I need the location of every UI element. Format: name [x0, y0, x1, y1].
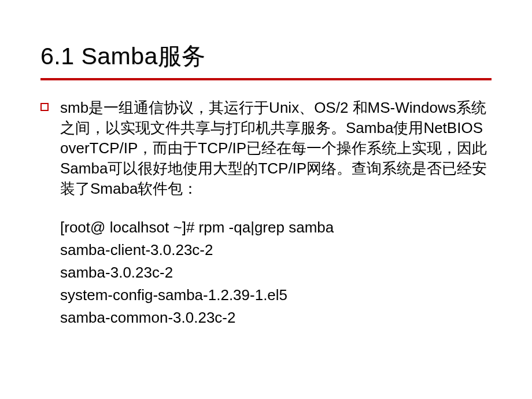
slide-content: 6.1 Samba服务 smb是一组通信协议，其运行于Unix、OS/2 和MS… [0, 0, 532, 399]
command-output-line: system-config-samba-1.2.39-1.el5 [60, 284, 492, 306]
command-line: [root@ localhsot ~]# rpm -qa|grep samba [60, 216, 492, 239]
title-underline [40, 78, 492, 80]
command-block: [root@ localhsot ~]# rpm -qa|grep samba … [40, 216, 492, 329]
body-paragraph: smb是一组通信协议，其运行于Unix、OS/2 和MS-Windows系统之间… [60, 98, 492, 199]
command-output-line: samba-common-3.0.23c-2 [60, 306, 492, 329]
command-output-line: samba-3.0.23c-2 [60, 261, 492, 284]
content-area: smb是一组通信协议，其运行于Unix、OS/2 和MS-Windows系统之间… [40, 98, 492, 329]
command-output-line: samba-client-3.0.23c-2 [60, 239, 492, 261]
slide-title: 6.1 Samba服务 [40, 40, 492, 72]
square-bullet-icon [40, 103, 49, 111]
bullet-item: smb是一组通信协议，其运行于Unix、OS/2 和MS-Windows系统之间… [40, 98, 492, 199]
title-area: 6.1 Samba服务 [40, 40, 492, 80]
